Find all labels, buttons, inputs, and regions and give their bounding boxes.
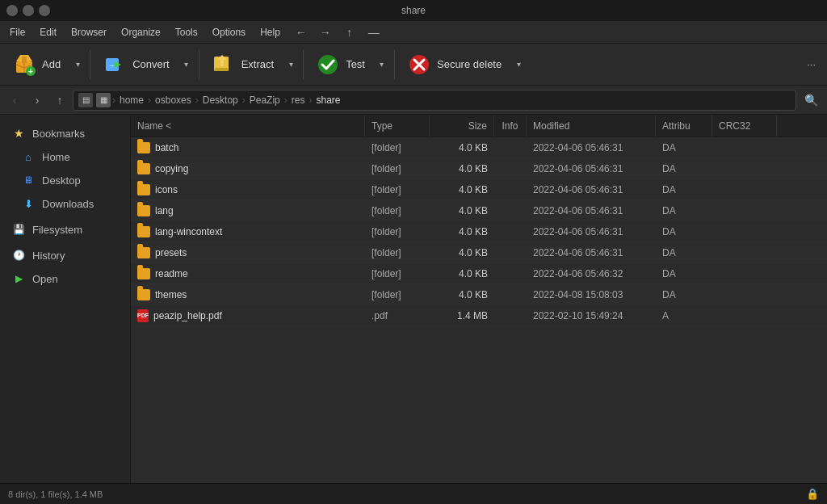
toolbar-sep-1 [90,50,90,79]
table-row[interactable]: presets [folder] 4.0 KB 2022-04-06 05:46… [131,242,827,263]
file-type-cell: [folder] [365,284,430,304]
file-type-cell: [folder] [365,221,430,242]
file-name-cell: lang [131,200,365,220]
sidebar-item-desktop[interactable]: 🖥 Desktop [3,169,127,191]
nav-back[interactable]: ← [292,23,311,41]
minimize-button[interactable]: — [23,5,34,16]
maximize-button[interactable]: □ [39,5,50,16]
menu-help[interactable]: Help [254,24,287,40]
table-row[interactable]: icons [folder] 4.0 KB 2022-04-06 05:46:3… [131,179,827,200]
file-type-cell: [folder] [365,200,430,220]
add-icon-svg: + [13,53,36,76]
sidebar-history-label: History [32,250,65,262]
nav-menu[interactable]: — [364,23,384,41]
sidebar-bookmarks-heading[interactable]: ★ Bookmarks [3,122,127,145]
test-button[interactable]: Test [309,48,372,82]
menu-edit[interactable]: Edit [33,24,63,40]
nav-up[interactable]: ↑ [340,23,359,41]
file-info-cell [494,242,527,262]
addr-desktop[interactable]: Desktop [200,93,241,107]
sidebar-item-history[interactable]: 🕐 History [3,244,127,267]
file-name: copying [155,163,188,174]
extract-dropdown[interactable]: ▾ [283,48,298,82]
table-row[interactable]: batch [folder] 4.0 KB 2022-04-06 05:46:3… [131,137,827,158]
file-modified-cell: 2022-04-06 05:46:31 [527,179,656,200]
folder-icon [137,226,150,237]
file-size-cell: 4.0 KB [430,284,494,304]
sidebar-item-downloads[interactable]: ⬇ Downloads [3,192,127,215]
file-attrib-cell: DA [656,137,712,158]
table-row[interactable]: lang [folder] 4.0 KB 2022-04-06 05:46:31… [131,200,827,221]
sidebar-item-open[interactable]: ▶ Open [3,267,127,290]
search-button[interactable]: 🔍 [800,90,822,111]
menu-tools[interactable]: Tools [169,24,204,40]
extract-icon [211,52,237,78]
col-header-name[interactable]: Name < [131,115,365,136]
col-header-type[interactable]: Type [365,115,430,136]
home-icon: ⌂ [21,149,36,164]
table-row[interactable]: readme [folder] 4.0 KB 2022-04-06 05:46:… [131,263,827,284]
sidebar-filesystem[interactable]: 💾 Filesystem [3,218,127,241]
file-type-cell: [folder] [365,263,430,284]
addr-sep-5: › [309,94,312,106]
addr-home[interactable]: home [117,93,146,107]
sidebar-item-home[interactable]: ⌂ Home [3,145,127,168]
addr-forward[interactable]: › [27,90,47,111]
extract-label: Extract [241,58,274,70]
menu-options[interactable]: Options [206,24,252,40]
col-header-crc32[interactable]: CRC32 [712,115,777,136]
table-row[interactable]: PDF peazip_help.pdf .pdf 1.4 MB 2022-02-… [131,305,827,326]
close-button[interactable]: ✕ [6,5,18,16]
add-button[interactable]: + Add [5,48,67,82]
add-icon: + [11,52,37,78]
statusbar: 8 dir(s), 1 file(s), 1.4 MB 🔒 [0,483,827,504]
addr-back[interactable]: ‹ [5,90,24,111]
file-name-cell: presets [131,242,365,262]
file-info-cell [494,179,527,200]
delete-icon-svg [408,53,430,76]
secure-delete-dropdown[interactable]: ▾ [511,48,526,82]
col-header-modified[interactable]: Modified [527,115,656,136]
pdf-icon: PDF [137,309,149,322]
file-modified-cell: 2022-04-06 05:46:31 [527,158,656,178]
test-label: Test [346,58,365,70]
sidebar-downloads-label: Downloads [42,198,94,210]
svg-rect-3 [22,57,27,63]
file-modified-cell: 2022-04-06 05:46:32 [527,263,656,284]
window-controls[interactable]: ✕ — □ [6,5,50,16]
nav-forward[interactable]: → [316,23,335,41]
table-row[interactable]: lang-wincontext [folder] 4.0 KB 2022-04-… [131,221,827,242]
menu-browser[interactable]: Browser [65,24,113,40]
addr-peazip[interactable]: PeaZip [247,93,283,107]
status-text: 8 dir(s), 1 file(s), 1.4 MB [8,489,103,499]
folder-icon [137,184,150,195]
table-row[interactable]: themes [folder] 4.0 KB 2022-04-08 15:08:… [131,284,827,305]
col-header-size[interactable]: Size [430,115,494,136]
menu-file[interactable]: File [3,24,31,40]
col-header-attrib[interactable]: Attribu [656,115,712,136]
secure-delete-button[interactable]: Secure delete [400,48,508,82]
toolbar-sep-2 [199,50,199,79]
addressbar: ‹ › ↑ ▤ ▦ › home › osboxes › Desktop › P… [0,86,827,115]
convert-dropdown[interactable]: ▾ [179,48,194,82]
menu-organize[interactable]: Organize [115,24,167,40]
path-breadcrumb-toggle[interactable]: ▦ [96,93,111,107]
add-dropdown[interactable]: ▾ [70,48,85,82]
table-row[interactable]: copying [folder] 4.0 KB 2022-04-06 05:46… [131,158,827,179]
sidebar-desktop-label: Desktop [42,174,81,187]
file-info-cell [494,221,527,242]
col-header-info[interactable]: Info [494,115,527,136]
file-name-cell: readme [131,263,365,284]
addr-res[interactable]: res [289,93,308,107]
test-dropdown[interactable]: ▾ [375,48,389,82]
addr-share[interactable]: share [313,93,342,107]
more-button[interactable]: ··· [800,55,822,74]
convert-label: Convert [132,58,170,70]
addr-up[interactable]: ↑ [50,90,69,111]
file-list: Name < Type Size Info Modified Attribu C… [131,115,827,483]
addr-osboxes[interactable]: osboxes [153,93,194,107]
convert-button[interactable]: → Convert [95,48,176,82]
path-toggle[interactable]: ▤ [78,93,93,107]
file-name: icons [155,184,178,195]
extract-button[interactable]: Extract [204,48,280,82]
